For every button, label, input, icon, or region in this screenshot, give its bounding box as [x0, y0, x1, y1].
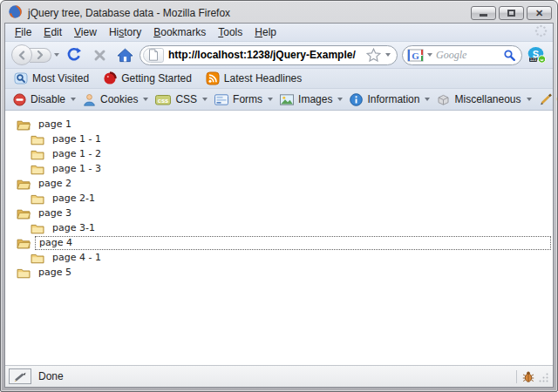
title-bar[interactable]: jQuery tree, Database data - Mozilla Fir… [1, 1, 557, 23]
tree-item-label[interactable]: page 1 - 1 [49, 133, 105, 145]
webdev-disable-button[interactable]: Disable [11, 93, 67, 106]
tree-item-label[interactable]: page 1 [35, 118, 75, 131]
webdev-miscellaneous-button[interactable]: Miscellaneous [435, 93, 522, 106]
webdev-images-button[interactable]: Images [278, 93, 334, 105]
menu-bar: FileEditViewHistoryBookmarksToolsHelp [5, 24, 553, 42]
tree-item-label[interactable]: page 4 - 1 [49, 252, 105, 264]
tree-item-label[interactable]: page 1 - 2 [49, 148, 105, 160]
rss-icon [206, 71, 220, 85]
tree-item-page-4-1[interactable]: page 4 - 1 [17, 251, 551, 265]
dropdown-caret-icon[interactable] [268, 98, 273, 101]
tree-item-label[interactable]: page 2-1 [49, 193, 99, 205]
close-button[interactable]: ✕ [527, 6, 552, 20]
folder-closed-icon[interactable] [31, 253, 44, 264]
dropdown-caret-icon[interactable] [202, 98, 208, 101]
firebug-bug-icon[interactable] [522, 370, 534, 383]
dropdown-caret-icon[interactable] [71, 98, 76, 101]
dropdown-caret-icon[interactable] [527, 98, 532, 101]
maximize-button[interactable] [499, 6, 524, 20]
tree-item-label[interactable]: page 1 - 3 [49, 163, 105, 175]
folder-open-icon[interactable] [17, 208, 31, 220]
bookmark-star-icon[interactable] [366, 48, 381, 62]
forward-button[interactable] [30, 48, 51, 63]
url-text[interactable]: http://localhost:1238/jQuery-Example/ [168, 49, 362, 61]
bookmark-latest-headlines[interactable]: Latest Headlines [206, 71, 302, 85]
webdev-label: Information [367, 93, 419, 105]
dropdown-caret-icon[interactable] [425, 98, 430, 101]
tree-item-page-4[interactable]: page 4 [17, 236, 551, 250]
folder-open-icon[interactable] [17, 238, 31, 249]
dropdown-caret-icon[interactable] [337, 98, 343, 101]
menu-help[interactable]: Help [248, 24, 282, 40]
back-forward-group [11, 44, 59, 65]
folder-open-icon[interactable] [17, 119, 31, 131]
url-bar[interactable]: http://localhost:1238/jQuery-Example/ [140, 45, 398, 65]
webdev-label: Cookies [100, 93, 138, 105]
menu-edit[interactable]: Edit [37, 24, 68, 40]
menu-view[interactable]: View [68, 24, 103, 40]
tree-item-page-3[interactable]: page 3 [17, 206, 551, 220]
person-icon [83, 93, 96, 106]
bookmark-label: Getting Started [121, 72, 192, 84]
webdev-cookies-button[interactable]: Cookies [81, 93, 140, 106]
webdev-css-button[interactable]: cssCSS [153, 93, 199, 105]
close-icon: ✕ [535, 9, 543, 18]
minimize-button[interactable] [471, 6, 496, 20]
svg-text:123: 123 [530, 57, 537, 62]
tree-item-page-5[interactable]: page 5 [17, 266, 551, 280]
menu-bookmarks[interactable]: Bookmarks [147, 24, 212, 40]
history-dropdown-icon[interactable] [54, 53, 59, 57]
folder-closed-icon[interactable] [31, 193, 44, 205]
webdev-label: Miscellaneous [454, 93, 521, 105]
firefox-logo-icon [8, 4, 23, 23]
status-text: Done [38, 370, 509, 382]
url-dropdown-icon[interactable] [385, 53, 391, 57]
search-engine-dropdown-icon[interactable] [427, 53, 432, 57]
status-bar: Done [5, 365, 553, 387]
search-placeholder[interactable]: Google [436, 49, 500, 62]
tree-item-label[interactable]: page 2 [35, 178, 75, 190]
tree-item-label[interactable]: page 4 [35, 236, 551, 250]
webdev-outline-button[interactable]: Outline [537, 93, 558, 105]
firefox-icon [103, 71, 117, 85]
stop-button[interactable] [89, 44, 110, 66]
folder-closed-icon[interactable] [31, 164, 44, 175]
edit-css-button[interactable] [9, 368, 31, 384]
menu-tools[interactable]: Tools [212, 24, 248, 40]
page-favicon-icon [143, 48, 164, 63]
tree-item-page-1-2[interactable]: page 1 - 2 [17, 147, 551, 161]
folder-closed-icon[interactable] [31, 223, 44, 234]
tree-item-page-3-1[interactable]: page 3-1 [17, 221, 551, 235]
webdev-label: Images [298, 93, 332, 105]
folder-closed-icon[interactable] [17, 267, 31, 279]
tree-item-label[interactable]: page 3 [35, 207, 75, 220]
home-button[interactable] [114, 44, 135, 66]
tree-item-page-2[interactable]: page 2 [17, 177, 551, 191]
bookmark-getting-started[interactable]: Getting Started [103, 71, 192, 85]
window-controls: ✕ [471, 6, 552, 20]
resize-grip[interactable] [538, 372, 549, 383]
google-logo-icon[interactable]: G [407, 49, 424, 62]
dropdown-caret-icon[interactable] [143, 98, 148, 101]
webdev-information-button[interactable]: Information [348, 93, 421, 106]
menu-history[interactable]: History [103, 24, 147, 40]
reload-button[interactable] [64, 44, 85, 66]
search-magnifier-icon[interactable] [503, 49, 516, 62]
folder-closed-icon[interactable] [31, 149, 44, 160]
tree-item-page-1-3[interactable]: page 1 - 3 [17, 162, 551, 176]
search-bar[interactable]: G Google [402, 45, 522, 65]
skype-extension-icon[interactable]: S123 [527, 46, 547, 64]
folder-closed-icon[interactable] [31, 134, 44, 145]
folder-open-icon[interactable] [17, 179, 31, 190]
form-icon [214, 94, 228, 105]
tree-item-page-2-1[interactable]: page 2-1 [17, 192, 551, 206]
webdev-forms-button[interactable]: Forms [213, 93, 264, 105]
menu-file[interactable]: File [9, 24, 37, 40]
brush-icon [539, 93, 553, 105]
tree-item-label[interactable]: page 3-1 [49, 222, 99, 234]
tree-item-page-1[interactable]: page 1 [17, 118, 551, 132]
tree-item-page-1-1[interactable]: page 1 - 1 [17, 132, 551, 146]
bookmark-most-visited[interactable]: Most Visited [14, 71, 89, 85]
back-button[interactable] [11, 44, 32, 65]
tree-item-label[interactable]: page 5 [35, 267, 75, 279]
